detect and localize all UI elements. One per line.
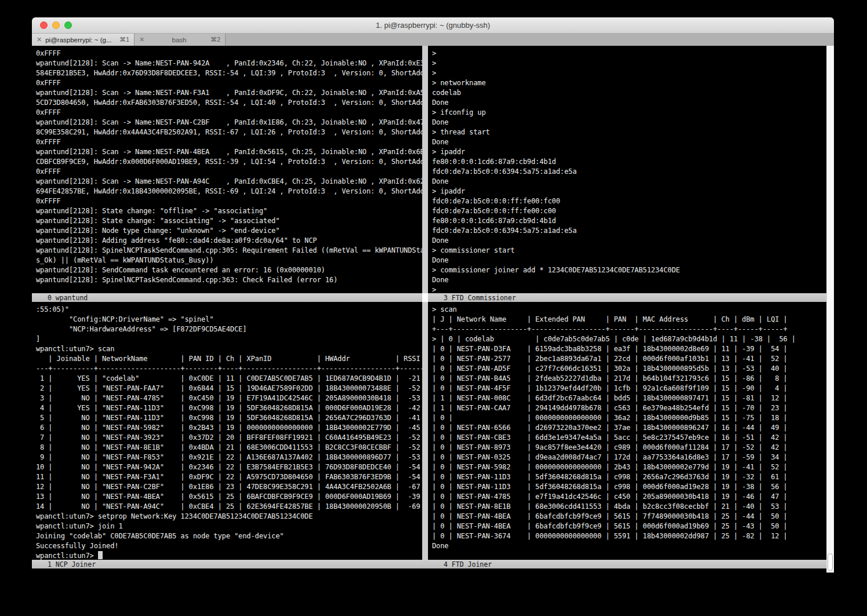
scrollbar-thumb[interactable]: [828, 553, 833, 571]
tab-ssh-session[interactable]: ✕ pi@raspberrypi: ~ (g... ⌘1: [32, 34, 135, 46]
window-title: 1. pi@raspberrypi: ~ (gnubby-ssh): [32, 17, 834, 33]
pane-ncp-joiner[interactable]: :55:05)" "Config:NCP:DriverName" => "spi…: [32, 302, 422, 560]
tab-bash[interactable]: ✕ bash ⌘2: [135, 34, 226, 46]
pane-ftd-commissioner[interactable]: > > > > networkname codelab Done > ifcon…: [428, 46, 826, 293]
tab-label: bash: [148, 37, 211, 43]
pane-title-gap: [422, 293, 428, 302]
ncp-joiner-text: :55:05)" "Config:NCP:DriverName" => "spi…: [32, 302, 422, 560]
terminal-window: 1. pi@raspberrypi: ~ (gnubby-ssh) ✕ pi@r…: [32, 17, 834, 573]
pane-ftd-joiner[interactable]: > scan | J | Network Name | Extended PAN…: [428, 302, 826, 560]
pane-title-wpantund: 0 wpantund: [32, 293, 422, 302]
pane-divider-top[interactable]: [422, 46, 428, 293]
pane-wpantund[interactable]: 0xFFFF wpantund[2128]: Scan -> Name:NEST…: [32, 46, 422, 293]
terminal-cursor: [98, 551, 103, 559]
pane-title-ftd-joiner: 4 FTD Joiner: [428, 560, 492, 568]
pane-divider-bottom[interactable]: [422, 302, 428, 560]
close-tab-icon[interactable]: ✕: [37, 36, 42, 43]
pane-title-ncp-joiner: 1 NCP Joiner: [32, 560, 96, 568]
pane-title-label: 3 FTD Commissioner: [428, 294, 516, 302]
close-tab-icon[interactable]: ✕: [139, 36, 144, 43]
tab-shortcut: ⌘1: [119, 36, 129, 43]
tab-label: pi@raspberrypi: ~ (g...: [45, 37, 111, 43]
window-titlebar[interactable]: 1. pi@raspberrypi: ~ (gnubby-ssh): [32, 17, 834, 34]
pane-title-ftd-commissioner: 3 FTD Commissioner: [428, 293, 826, 302]
wpantund-log-text: 0xFFFF wpantund[2128]: Scan -> Name:NEST…: [32, 46, 422, 285]
pane-title-label: 0 wpantund: [32, 294, 88, 302]
tab-shortcut: ⌘2: [211, 36, 220, 43]
ftd-joiner-text: > scan | J | Network Name | Extended PAN…: [428, 302, 826, 551]
tab-bar: ✕ pi@raspberrypi: ~ (g... ⌘1 ✕ bash ⌘2: [32, 34, 834, 46]
scrollbar[interactable]: [826, 46, 834, 573]
pane-title-bottom-bar: 1 NCP Joiner 4 FTD Joiner: [32, 560, 826, 568]
desktop-background: 1. pi@raspberrypi: ~ (gnubby-ssh) ✕ pi@r…: [0, 0, 867, 616]
tmux-session: 0xFFFF wpantund[2128]: Scan -> Name:NEST…: [32, 46, 834, 573]
ftd-commissioner-text: > > > > networkname codelab Done > ifcon…: [428, 46, 826, 293]
